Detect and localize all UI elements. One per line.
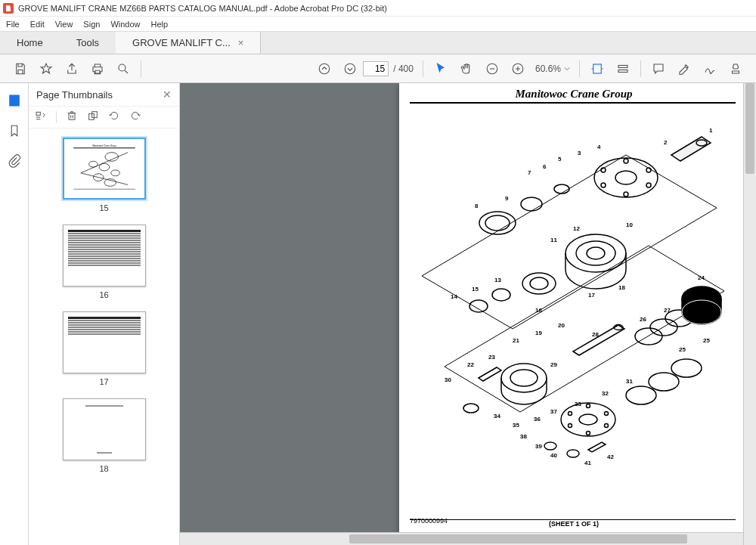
scrollbar-thumb[interactable] xyxy=(745,83,754,174)
select-tool-button[interactable] xyxy=(428,56,454,82)
separator xyxy=(141,60,141,77)
star-button[interactable] xyxy=(33,56,59,82)
fit-width-button[interactable] xyxy=(584,56,610,82)
close-panel-button[interactable]: ✕ xyxy=(163,88,172,101)
share-button[interactable] xyxy=(59,56,85,82)
menu-help[interactable]: Help xyxy=(151,20,169,29)
svg-point-1 xyxy=(320,63,330,74)
tab-tools[interactable]: Tools xyxy=(60,32,116,54)
svg-text:7: 7 xyxy=(528,169,531,176)
page-number-input[interactable] xyxy=(363,61,389,76)
thumbnails-list[interactable]: Manitowoc Crane Group 15 xyxy=(29,129,179,545)
svg-point-31 xyxy=(601,183,606,187)
thumbnail-page-15[interactable]: Manitowoc Crane Group 15 xyxy=(63,138,146,212)
svg-text:1: 1 xyxy=(709,127,713,134)
separator xyxy=(579,60,580,77)
hand-tool-button[interactable] xyxy=(454,56,479,82)
svg-point-45 xyxy=(510,370,538,386)
thumbs-options-button[interactable] xyxy=(35,110,47,125)
svg-point-61 xyxy=(649,373,679,391)
save-button[interactable] xyxy=(8,56,33,82)
menu-view[interactable]: View xyxy=(55,20,73,29)
svg-rect-7 xyxy=(618,70,627,72)
svg-text:35: 35 xyxy=(513,422,519,429)
bookmark-tab-button[interactable] xyxy=(6,122,23,139)
page-total-label: / 400 xyxy=(393,63,414,74)
document-title: Manitowoc Crane Group xyxy=(399,83,748,102)
menu-file[interactable]: File xyxy=(6,20,20,29)
delete-page-button[interactable] xyxy=(66,110,78,125)
menu-window[interactable]: Window xyxy=(110,20,140,29)
search-button[interactable] xyxy=(110,56,136,82)
svg-text:18: 18 xyxy=(618,284,625,291)
tab-home-label: Home xyxy=(17,37,43,48)
horizontal-scrollbar[interactable] xyxy=(180,532,743,545)
svg-text:11: 11 xyxy=(550,237,557,243)
stamp-button[interactable] xyxy=(723,56,748,82)
close-icon[interactable]: × xyxy=(238,37,244,48)
svg-point-18 xyxy=(110,170,119,176)
sheet-label: (SHEET 1 OF 1) xyxy=(549,520,599,528)
svg-text:34: 34 xyxy=(494,413,500,420)
svg-point-53 xyxy=(579,414,597,425)
svg-text:33: 33 xyxy=(575,401,581,407)
scroll-mode-button[interactable] xyxy=(610,56,636,82)
print-button[interactable] xyxy=(85,56,110,82)
svg-text:5: 5 xyxy=(558,156,562,163)
menu-sign[interactable]: Sign xyxy=(83,20,100,29)
table-thumbnail-icon xyxy=(67,315,142,370)
sign-button[interactable] xyxy=(697,56,723,82)
highlight-button[interactable] xyxy=(671,56,697,82)
vertical-scrollbar[interactable] xyxy=(743,83,756,545)
menu-edit[interactable]: Edit xyxy=(30,20,45,29)
thumbnail-page-17[interactable]: 17 xyxy=(63,311,146,386)
svg-point-59 xyxy=(569,424,572,428)
tab-home[interactable]: Home xyxy=(0,32,60,54)
pdf-page: Manitowoc Crane Group xyxy=(399,83,748,544)
svg-text:17: 17 xyxy=(588,292,595,299)
svg-text:6: 6 xyxy=(543,163,547,170)
svg-point-48 xyxy=(650,319,677,336)
svg-line-21 xyxy=(80,153,127,173)
thumbnails-tab-button[interactable] xyxy=(6,92,23,109)
zoom-out-button[interactable] xyxy=(479,56,505,82)
svg-text:27: 27 xyxy=(664,307,671,314)
svg-text:29: 29 xyxy=(550,361,557,368)
svg-text:12: 12 xyxy=(573,225,580,232)
rotate-cw-button[interactable] xyxy=(129,110,141,125)
svg-text:4: 4 xyxy=(597,144,601,150)
document-viewer[interactable]: Manitowoc Crane Group xyxy=(180,83,756,545)
thumbnail-page-16[interactable]: 16 xyxy=(63,225,146,299)
svg-rect-10 xyxy=(36,112,40,115)
comment-button[interactable] xyxy=(646,56,671,82)
svg-point-47 xyxy=(635,328,662,345)
scrollbar-thumb[interactable] xyxy=(349,534,687,543)
rotate-pages-button[interactable] xyxy=(87,110,99,125)
svg-point-37 xyxy=(565,234,626,272)
thumbnail-label: 17 xyxy=(99,377,108,386)
svg-rect-9 xyxy=(10,95,19,106)
zoom-in-button[interactable] xyxy=(505,56,531,82)
thumbnail-page-18[interactable]: 18 xyxy=(63,398,146,473)
thumbnail-label: 15 xyxy=(99,203,108,212)
svg-text:23: 23 xyxy=(488,354,495,361)
thumbnail-label: 16 xyxy=(99,290,108,299)
svg-rect-12 xyxy=(92,112,98,118)
svg-text:32: 32 xyxy=(602,390,609,397)
tab-document[interactable]: GROVE MANLIFT C... × xyxy=(116,32,261,54)
tab-bar: Home Tools GROVE MANLIFT C... × xyxy=(0,32,756,54)
zoom-select[interactable]: 60.6% xyxy=(535,63,570,74)
window-title: GROVE MANLIFT CRANE MZ66B PARTS CATALOG … xyxy=(18,4,387,13)
svg-rect-6 xyxy=(618,65,627,67)
parts-diagram: 1243 567 89 101211 141513 161718 223023 … xyxy=(399,110,732,472)
svg-point-15 xyxy=(104,153,118,162)
right-tools-strip[interactable] xyxy=(736,83,743,532)
thumbnails-toolbar xyxy=(29,106,179,129)
zoom-value-label: 60.6% xyxy=(535,63,561,74)
svg-point-38 xyxy=(576,241,615,265)
rotate-ccw-button[interactable] xyxy=(108,110,120,125)
page-down-button[interactable] xyxy=(337,56,363,82)
attachments-tab-button[interactable] xyxy=(6,153,23,169)
svg-point-29 xyxy=(646,183,651,187)
page-up-button[interactable] xyxy=(311,56,337,82)
